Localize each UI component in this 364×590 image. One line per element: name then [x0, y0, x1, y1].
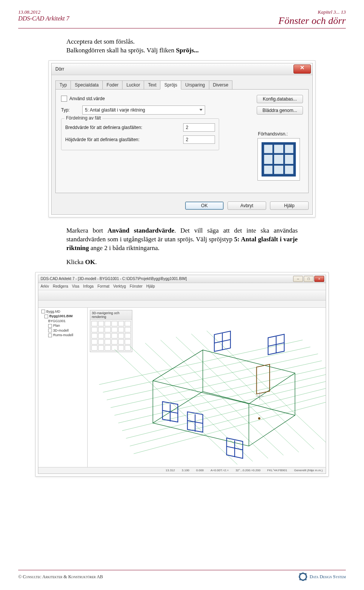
text: Markera bort	[66, 227, 108, 234]
tree-root[interactable]: Bygg.MD	[46, 310, 60, 313]
menu-fonster[interactable]: Fönster	[130, 284, 143, 288]
screenshot-dialog: Dörr Typ Specialdata Foder Luckor Text S…	[49, 60, 315, 217]
menu-format[interactable]: Format	[97, 284, 110, 288]
tab-typ[interactable]: Typ	[55, 80, 71, 89]
project-tree[interactable]: Bygg.MD Bygg1001.BIM BYGG1001 Plan 3D-mo…	[38, 308, 88, 467]
menu-arkiv[interactable]: Arkiv	[41, 284, 49, 288]
tree-node[interactable]: Rums-modell	[53, 333, 73, 337]
help-button[interactable]: Hjälp	[270, 201, 309, 210]
status-item: 0.000	[196, 469, 204, 472]
svg-rect-1	[263, 143, 295, 175]
svg-line-19	[160, 340, 283, 455]
menu-hjalp[interactable]: Hjälp	[146, 284, 155, 288]
tab-specialdata[interactable]: Specialdata	[71, 80, 103, 89]
height-input[interactable]: 2	[183, 135, 215, 144]
tab-sprojs[interactable]: Spröjs	[160, 80, 181, 90]
browse-button[interactable]: Bläddra genom...	[257, 106, 303, 115]
tree-expand-icon[interactable]	[48, 329, 52, 332]
menu-infoga[interactable]: Infoga	[83, 284, 94, 288]
close-button[interactable]: ×	[314, 276, 324, 282]
status-item: 13.312	[166, 469, 175, 472]
footer-divider	[18, 570, 346, 570]
header-product: DDS-CAD Arkitekt 7	[18, 15, 69, 22]
tree-expand-icon[interactable]	[48, 334, 52, 337]
3d-drawing	[88, 308, 326, 469]
header-divider	[18, 28, 346, 28]
type-label: Typ:	[61, 107, 82, 113]
svg-line-21	[191, 334, 314, 449]
minimize-button[interactable]: –	[293, 276, 303, 282]
svg-line-18	[145, 343, 268, 458]
app-titlebar: DDS-CAD Arkitekt 7 - [3D-modell - BYGG10…	[38, 275, 326, 283]
width-value: 2	[186, 125, 188, 130]
header-chapter: Kapitel 3... 13	[278, 9, 346, 15]
svg-line-12	[126, 388, 326, 438]
tree-expand-icon[interactable]	[48, 324, 52, 328]
preview-label: Förhandsvisn.:	[258, 131, 288, 137]
status-item: 32°...0.200.=0.200	[235, 469, 260, 472]
header-date: 13.08.2012	[18, 9, 69, 15]
tab-diverse[interactable]: Diverse	[209, 80, 233, 89]
svg-line-9	[115, 368, 326, 415]
ok-button[interactable]: OK	[185, 201, 224, 210]
text: Acceptera det som förslås.	[66, 38, 135, 45]
text-bold: Använd standardvärde	[108, 227, 174, 234]
footer-copyright: © Consultec Arkitekter & Konstruktörer A…	[18, 574, 103, 580]
maximize-button[interactable]: □	[304, 276, 314, 282]
tree-node[interactable]: 3D-modell	[53, 329, 69, 332]
tab-panel: Konfig.databas... Bläddra genom... Använ…	[55, 90, 309, 193]
status-item: 3.100	[182, 469, 189, 472]
header-section-title: Fönster och dörr	[278, 15, 346, 27]
tab-foder[interactable]: Foder	[102, 80, 122, 89]
close-button[interactable]	[293, 65, 311, 74]
text-bold: OK	[85, 258, 95, 266]
text: Klicka	[66, 258, 85, 266]
field-group-fordelning: Fördelning av fält Breddvärde för att de…	[61, 118, 219, 150]
status-item: Generellt (fräje m.m.)	[294, 469, 323, 472]
preview-box	[257, 138, 300, 181]
paragraph-1: Acceptera det som förslås. Balkongdörren…	[66, 38, 298, 55]
tree-node[interactable]: Plan	[53, 324, 60, 327]
toolbar-secondary[interactable]	[38, 301, 326, 308]
cancel-button[interactable]: Avbryt	[228, 201, 266, 210]
3d-viewport[interactable]: 3D-navigering och rendering	[88, 308, 326, 467]
footer-brand-text: Data Design System	[309, 574, 346, 580]
text-bold: Spröjs...	[176, 47, 199, 54]
app-title: DDS-CAD Arkitekt 7 - [3D-modell - BYGG10…	[41, 277, 187, 281]
dialog-footer: OK Avbryt Hjälp	[52, 198, 312, 214]
use-std-label: Använd std.värde	[69, 96, 105, 101]
tab-bar: Typ Specialdata Foder Luckor Text Spröjs…	[55, 80, 309, 90]
svg-line-8	[111, 360, 322, 407]
page-header: 13.08.2012 DDS-CAD Arkitekt 7 Kapitel 3.…	[18, 9, 346, 27]
menu-verktyg[interactable]: Verktyg	[113, 284, 126, 288]
tree-expand-icon[interactable]	[41, 310, 45, 313]
text: .	[95, 258, 97, 266]
dialog-titlebar: Dörr	[52, 63, 312, 75]
text: Balkongdörren skall ha spröjs. Välj flik…	[66, 47, 176, 54]
page-footer: © Consultec Arkitekter & Konstruktörer A…	[18, 573, 346, 581]
tab-ursparing[interactable]: Ursparing	[181, 80, 209, 89]
height-value: 2	[186, 137, 188, 142]
tree-expand-icon[interactable]	[44, 315, 48, 318]
tree-node[interactable]: Bygg1001.BIM	[49, 314, 73, 318]
tab-text[interactable]: Text	[144, 80, 160, 89]
type-combobox[interactable]: 5: Antal glasfält i varje riktning	[82, 105, 205, 115]
screenshot-3d-viewport: DDS-CAD Arkitekt 7 - [3D-modell - BYGG10…	[35, 272, 329, 477]
svg-point-40	[259, 417, 260, 419]
window-preview-icon	[258, 138, 300, 180]
dialog-title: Dörr	[55, 66, 64, 72]
footer-brand: Data Design System	[299, 573, 346, 581]
menu-visa[interactable]: Visa	[72, 284, 79, 288]
tree-node[interactable]: BYGG1001	[48, 319, 66, 323]
group-legend: Fördelning av fält	[64, 115, 102, 121]
width-input[interactable]: 2	[183, 123, 215, 132]
menu-redigera[interactable]: Redigera	[53, 284, 68, 288]
config-database-button[interactable]: Konfig.databas...	[257, 95, 303, 103]
width-label: Breddvärde för att definiera glasfälten:	[65, 125, 142, 130]
tab-luckor[interactable]: Luckor	[122, 80, 144, 89]
svg-rect-39	[257, 364, 270, 394]
toolbar-main[interactable]	[38, 290, 326, 301]
status-item: A=0.00T.=2.=	[210, 469, 229, 472]
use-std-checkbox[interactable]	[61, 96, 67, 102]
type-value: 5: Antal glasfält i varje riktning	[85, 107, 145, 113]
